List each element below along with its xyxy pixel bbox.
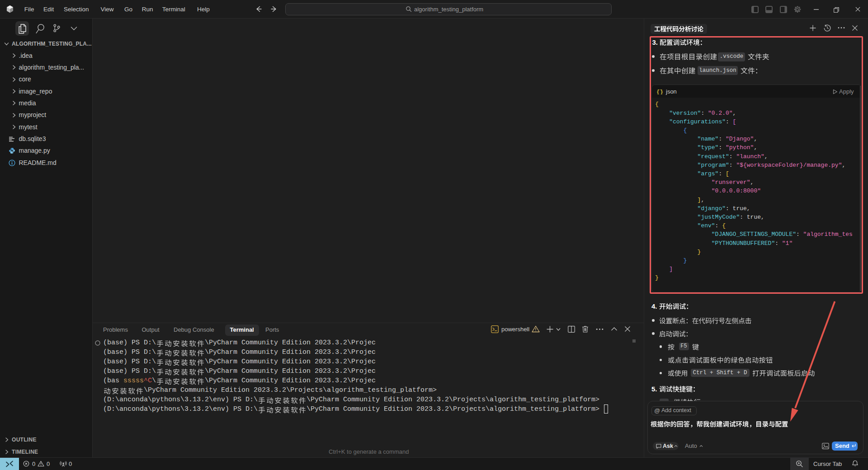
svg-text:{}: {}	[656, 89, 663, 94]
